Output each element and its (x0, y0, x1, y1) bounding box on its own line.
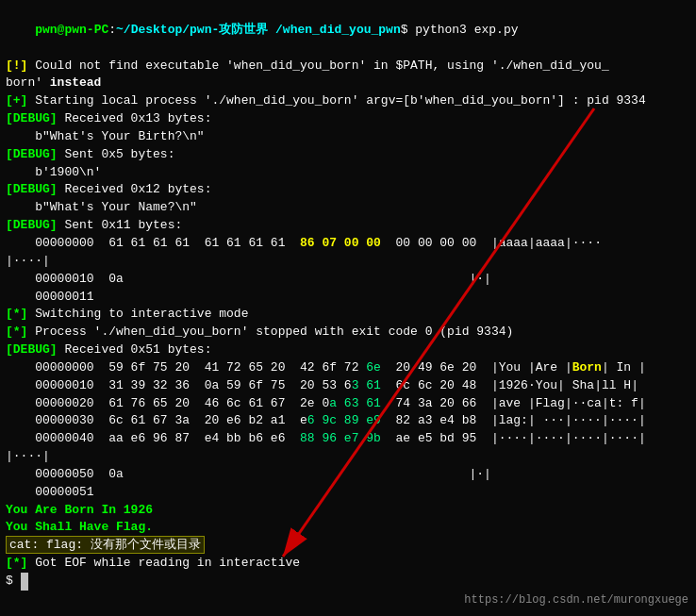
output-line: [+] Starting local process './when_did_y… (6, 92, 690, 110)
output-line: [*] Process './when_did_you_born' stoppe… (6, 324, 690, 341)
output-line: [DEBUG] Received 0x13 bytes: (6, 110, 690, 128)
output-line: b"What's Your Birth?\n" (6, 128, 690, 146)
hex-line: 00000051 (6, 484, 690, 502)
hex-line: |····| (6, 253, 690, 271)
output-line: b'1900\n' (6, 164, 690, 182)
cursor (21, 573, 28, 591)
output-line: [DEBUG] Received 0x12 bytes: (6, 181, 690, 199)
prompt-line: pwn@pwn-PC:~/Desktop/pwn-攻防世界 /when_did_… (6, 4, 690, 58)
final-prompt[interactable]: $ (6, 573, 690, 591)
output-line: b"What's Your Name?\n" (6, 199, 690, 217)
hex-line: 00000010 31 39 32 36 0a 59 6f 75 20 53 6… (6, 377, 690, 395)
result-flag: You Shall Have Flag. (6, 519, 690, 537)
hex-line: 00000040 aa e6 96 87 e4 bb b6 e6 88 96 e… (6, 430, 690, 448)
eof-line: [*] Got EOF while reading in interactive (6, 555, 690, 573)
hex-line: 00000050 0a |·| (6, 466, 690, 484)
cat-flag-line: cat: flag: 没有那个文件或目录 (6, 537, 690, 555)
watermark: https://blog.csdn.net/murongxuege (464, 593, 688, 607)
terminal-window: pwn@pwn-PC:~/Desktop/pwn-攻防世界 /when_did_… (0, 0, 696, 616)
hex-line: 00000000 61 61 61 61 61 61 61 61 86 07 0… (6, 235, 690, 253)
result-born: You Are Born In 1926 (6, 502, 690, 520)
hex-line: 00000000 59 6f 75 20 41 72 65 20 42 6f 7… (6, 359, 690, 377)
hex-line: 00000010 0a |·| (6, 271, 690, 289)
hex-line: |····| (6, 448, 690, 466)
hex-line: 00000020 61 76 65 20 46 6c 61 67 2e 0a 6… (6, 395, 690, 413)
output-line: born' instead (6, 75, 690, 92)
hex-line: 00000011 (6, 289, 690, 307)
output-line: [!] Could not find executable 'when_did_… (6, 58, 690, 75)
prompt-user: pwn@pwn-PC (35, 23, 108, 37)
output-line: [*] Switching to interactive mode (6, 306, 690, 324)
output-line: [DEBUG] Sent 0x5 bytes: (6, 146, 690, 164)
output-line: [DEBUG] Received 0x51 bytes: (6, 341, 690, 359)
output-line: [DEBUG] Sent 0x11 bytes: (6, 217, 690, 235)
hex-line: 00000030 6c 61 67 3a 20 e6 b2 a1 e6 9c 8… (6, 412, 690, 430)
